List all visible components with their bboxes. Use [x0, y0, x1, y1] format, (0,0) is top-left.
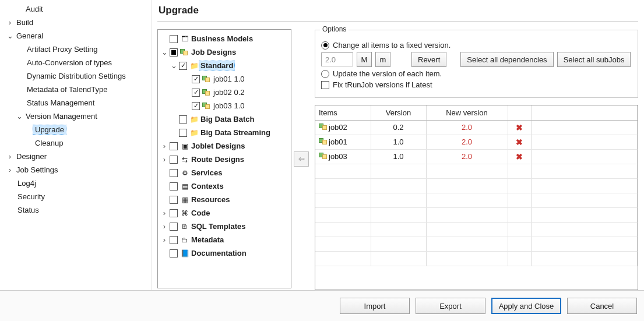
tree-code[interactable]: ›⌘Code — [159, 206, 290, 220]
tree-big-data-streaming[interactable]: 📁Big Data Streaming — [159, 126, 290, 139]
nav-item-general[interactable]: ⌄General — [5, 29, 149, 43]
checkbox-fix-trunjob-label: Fix tRunJob versions if Latest — [333, 80, 432, 89]
nav-item-job-settings[interactable]: ›Job Settings — [5, 163, 149, 177]
radio-per-item[interactable] — [321, 70, 329, 78]
checkbox[interactable] — [170, 35, 178, 43]
table-row[interactable]: job02 0.2 2.0 ✖ — [315, 120, 638, 135]
table-row[interactable]: job01 1.0 2.0 ✖ — [315, 135, 638, 149]
radio-fixed-version[interactable] — [321, 41, 329, 50]
checkbox[interactable] — [179, 62, 187, 70]
chevron-right-icon[interactable]: › — [6, 152, 14, 161]
col-version[interactable]: Version — [371, 105, 426, 120]
tree-services[interactable]: ⚙Services — [159, 166, 290, 179]
project-tree[interactable]: 🗔Business Models ⌄Job Designs ⌄📁Standard… — [157, 29, 291, 288]
chevron-down-icon[interactable]: ⌄ — [170, 61, 178, 70]
checkbox[interactable] — [179, 115, 187, 124]
nav-item-log4j[interactable]: Log4j — [14, 177, 149, 190]
items-table[interactable]: Items Version New version job02 — [315, 105, 638, 290]
major-button[interactable]: M — [357, 52, 372, 67]
checkbox[interactable] — [192, 102, 200, 110]
revert-button[interactable]: Revert — [411, 52, 446, 67]
nav-item-upgrade[interactable]: Upgrade — [23, 123, 149, 136]
chevron-right-icon[interactable]: › — [160, 209, 168, 217]
tree-documentation[interactable]: 📘Documentation — [159, 246, 290, 260]
metadata-icon: 🗀 — [180, 235, 189, 245]
nav-item-version-management[interactable]: ⌄Version Management — [14, 110, 149, 123]
chevron-right-icon[interactable]: › — [6, 165, 14, 174]
nav-item-security[interactable]: Security — [14, 190, 149, 203]
route-icon: ⇆ — [180, 155, 189, 164]
tree-sql-templates[interactable]: ›🗎SQL Templates — [159, 220, 290, 233]
nav-item-designer[interactable]: ›Designer — [5, 150, 149, 163]
version-input[interactable]: 2.0 — [321, 52, 353, 66]
tree-metadata[interactable]: ›🗀Metadata — [159, 233, 290, 246]
tree-job01[interactable]: job01 1.0 — [159, 72, 290, 86]
options-group: Options Change all items to a fixed vers… — [315, 30, 638, 98]
checkbox-fix-trunjob[interactable] — [321, 81, 329, 89]
business-models-icon: 🗔 — [180, 34, 189, 44]
services-icon: ⚙ — [180, 168, 189, 178]
checkbox[interactable] — [170, 169, 178, 177]
nav-item-status-management[interactable]: Status Management — [23, 96, 149, 110]
table-row[interactable]: job03 1.0 2.0 ✖ — [315, 149, 638, 164]
delete-icon[interactable]: ✖ — [516, 137, 523, 147]
nav-item-artifact-proxy[interactable]: Artifact Proxy Setting — [23, 43, 149, 56]
checkbox[interactable] — [170, 48, 178, 57]
nav-item-build[interactable]: ›Build — [5, 16, 149, 29]
tree-job-designs[interactable]: ⌄Job Designs — [159, 45, 290, 59]
nav-item-metadata-talendtype[interactable]: Metadata of TalendType — [23, 83, 149, 96]
delete-icon[interactable]: ✖ — [516, 152, 523, 161]
nav-item-auto-conversion[interactable]: Auto-Conversion of types — [23, 56, 149, 69]
move-left-button[interactable]: ⇦ — [294, 151, 309, 167]
checkbox[interactable] — [179, 129, 187, 137]
radio-per-item-label: Update the version of each item. — [333, 69, 442, 78]
chevron-right-icon[interactable]: › — [160, 222, 168, 231]
checkbox[interactable] — [170, 249, 178, 257]
select-all-dependencies-button[interactable]: Select all dependencies — [460, 52, 553, 67]
nav-item-dynamic-distribution[interactable]: Dynamic Distribution Settings — [23, 69, 149, 83]
chevron-right-icon[interactable]: › — [6, 18, 14, 27]
tree-big-data-batch[interactable]: 📁Big Data Batch — [159, 112, 290, 126]
checkbox[interactable] — [170, 196, 178, 204]
export-button[interactable]: Export — [416, 298, 485, 314]
chevron-down-icon[interactable]: ⌄ — [160, 48, 168, 57]
checkbox[interactable] — [192, 75, 200, 83]
checkbox[interactable] — [170, 142, 178, 150]
apply-and-close-button[interactable]: Apply and Close — [491, 298, 561, 314]
tree-job02[interactable]: job02 0.2 — [159, 86, 290, 99]
tree-job03[interactable]: job03 1.0 — [159, 99, 290, 112]
cancel-button[interactable]: Cancel — [567, 298, 637, 314]
tree-contexts[interactable]: ▤Contexts — [159, 179, 290, 193]
nav-item-status[interactable]: Status — [14, 203, 149, 217]
checkbox[interactable] — [170, 156, 178, 164]
tree-route-designs[interactable]: ›⇆Route Designs — [159, 153, 290, 166]
tree-standard[interactable]: ⌄📁Standard — [159, 59, 290, 72]
job-icon — [202, 75, 212, 84]
job-icon — [319, 124, 327, 130]
table-header-row: Items Version New version — [315, 105, 638, 120]
chevron-down-icon[interactable]: ⌄ — [6, 31, 14, 40]
checkbox[interactable] — [170, 209, 178, 217]
chevron-right-icon[interactable]: › — [160, 155, 168, 164]
nav-item-cleanup[interactable]: Cleanup — [23, 136, 149, 150]
job-icon — [319, 138, 327, 144]
select-all-subjobs-button[interactable]: Select all subJobs — [557, 52, 631, 67]
checkbox[interactable] — [170, 182, 178, 191]
chevron-right-icon[interactable]: › — [160, 142, 168, 150]
import-button[interactable]: Import — [340, 298, 410, 314]
folder-icon: 📁 — [189, 115, 199, 124]
delete-icon[interactable]: ✖ — [516, 123, 523, 132]
col-new-version[interactable]: New version — [426, 105, 508, 120]
tree-resources[interactable]: ▦Resources — [159, 193, 290, 206]
chevron-right-icon[interactable]: › — [160, 235, 168, 244]
chevron-down-icon[interactable]: ⌄ — [15, 112, 23, 121]
resources-icon: ▦ — [180, 195, 189, 204]
checkbox[interactable] — [170, 223, 178, 231]
tree-business-models[interactable]: 🗔Business Models — [159, 32, 290, 45]
minor-button[interactable]: m — [375, 52, 390, 67]
tree-joblet-designs[interactable]: ›▣Joblet Designs — [159, 139, 290, 153]
checkbox[interactable] — [192, 89, 200, 97]
nav-item-audit[interactable]: Audit — [14, 2, 149, 16]
col-items[interactable]: Items — [315, 105, 371, 120]
checkbox[interactable] — [170, 236, 178, 244]
